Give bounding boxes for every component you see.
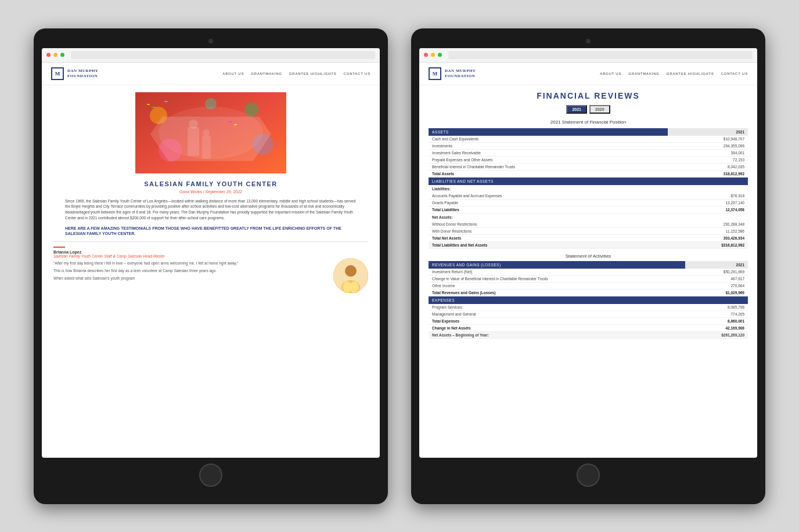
website-content-right[interactable]: M DAN MURPHY FOUNDATION ABOUT US GRANTMA… bbox=[419, 63, 757, 457]
url-bar-left[interactable] bbox=[71, 51, 375, 59]
testimonial-role: Salesian Family Youth Center Staff & Cam… bbox=[53, 254, 368, 258]
testimonial-follow: This is how Brianna describes her first … bbox=[53, 268, 329, 273]
section2-title: Statement of Activities bbox=[429, 254, 748, 259]
expenses-header: EXPENSES bbox=[429, 296, 748, 304]
svg-rect-8 bbox=[188, 127, 199, 156]
article-body: Since 1966, the Salesian Family Youth Ce… bbox=[53, 198, 368, 221]
svg-point-6 bbox=[159, 139, 182, 162]
liabilities-label: Liabilities: bbox=[429, 185, 748, 193]
hero-image bbox=[135, 92, 286, 173]
dot-green-left[interactable] bbox=[60, 53, 64, 57]
svg-rect-15 bbox=[228, 121, 232, 122]
section1-title: 2021 Statement of Financial Position bbox=[429, 120, 748, 125]
revenues-header-row: REVENUES AND GAINS (LOSSES) 2021 bbox=[429, 261, 748, 269]
camera-left bbox=[208, 39, 213, 44]
liabilities-label-row: Liabilities: bbox=[429, 185, 748, 193]
hero-mural bbox=[135, 92, 286, 173]
table-row: Grants Payable 13,297,140 bbox=[429, 199, 748, 206]
svg-rect-13 bbox=[152, 107, 156, 108]
camera-right bbox=[586, 39, 591, 44]
table-row: Investment Return (Net) $50,291,669 bbox=[429, 269, 748, 276]
total-assets-row: Total Assets 318,812,992 bbox=[429, 170, 748, 177]
table-row: Without Donor Restrictions 292,288,348 bbox=[429, 221, 748, 228]
mural-svg bbox=[135, 92, 286, 173]
nav-grantmaking-left[interactable]: GRANTMAKING bbox=[251, 72, 282, 75]
liabilities-header: LIABILITIES AND NET ASSETS bbox=[429, 177, 748, 185]
svg-point-3 bbox=[150, 107, 167, 124]
table-row: Cash and Cash Equivalents $10,948,707 bbox=[429, 136, 748, 143]
net-assets-beginning-row: Net Assets – Beginning of Year: $261,269… bbox=[429, 331, 748, 338]
table-row: Accounts Payable and Accrued Expenses $7… bbox=[429, 193, 748, 200]
svg-point-5 bbox=[253, 134, 273, 155]
home-button-left[interactable] bbox=[199, 464, 222, 487]
dot-yellow-right[interactable] bbox=[431, 53, 435, 57]
nav-about-right[interactable]: ABOUT US bbox=[600, 72, 621, 75]
table-row: Change in Value of Beneficial Interest i… bbox=[429, 275, 748, 282]
svg-rect-16 bbox=[234, 124, 237, 125]
logo-text-right: DAN MURPHY FOUNDATION bbox=[445, 68, 476, 78]
nav-grantmaking-right[interactable]: GRANTMAKING bbox=[628, 72, 659, 75]
tab-2020[interactable]: 2020 bbox=[589, 105, 610, 114]
right-tablet: M DAN MURPHY FOUNDATION ABOUT US GRANTMA… bbox=[411, 28, 765, 504]
testimonial-teaser: When asked what sets Salesian's youth pr… bbox=[53, 276, 329, 281]
assets-header-row: ASSETS 2021 bbox=[429, 128, 748, 136]
testimonial-area: "After my first day being there I fell i… bbox=[53, 258, 368, 293]
article-divider bbox=[53, 241, 368, 242]
home-button-right[interactable] bbox=[577, 464, 600, 487]
total-revenues-row: Total Revenues and Gains (Losses) $1,029… bbox=[429, 289, 748, 296]
testimonial-photo-svg bbox=[333, 258, 368, 293]
article-title: SALESIAN FAMILY YOUTH CENTER bbox=[53, 180, 368, 190]
nav-grantee-right[interactable]: GRANTEE HIGHLIGHTS bbox=[667, 72, 714, 75]
table-row: Program Services 8,085,796 bbox=[429, 304, 748, 311]
activities-table: REVENUES AND GAINS (LOSSES) 2021 Investm… bbox=[429, 261, 748, 339]
site-nav-left: M DAN MURPHY FOUNDATION ABOUT US GRANTMA… bbox=[42, 63, 380, 85]
total-expenses-row: Total Expenses 8,860,001 bbox=[429, 317, 748, 324]
testimonial-text-area: "After my first day being there I fell i… bbox=[53, 258, 329, 281]
browser-bar-right bbox=[419, 48, 757, 63]
table-row: Investment Sales Receivable 394,001 bbox=[429, 149, 748, 156]
table-row: Beneficial Interest in Charitable Remain… bbox=[429, 163, 748, 170]
logo-text-left: DAN MURPHY FOUNDATION bbox=[67, 68, 98, 78]
assets-table: ASSETS 2021 Cash and Cash Equivalents $1… bbox=[429, 128, 748, 249]
svg-rect-10 bbox=[202, 136, 211, 159]
url-bar-right[interactable] bbox=[448, 51, 753, 59]
change-net-assets-row: Change in Net Assets 42,169,908 bbox=[429, 324, 748, 331]
dot-red-left[interactable] bbox=[46, 53, 51, 57]
revenues-header: REVENUES AND GAINS (LOSSES) bbox=[429, 261, 685, 269]
table-row: Other Income 270,664 bbox=[429, 282, 748, 289]
svg-point-11 bbox=[203, 129, 210, 136]
screen-right: M DAN MURPHY FOUNDATION ABOUT US GRANTMA… bbox=[419, 48, 757, 458]
svg-rect-12 bbox=[147, 104, 150, 105]
tab-2021[interactable]: 2021 bbox=[566, 105, 587, 114]
dot-yellow-left[interactable] bbox=[53, 53, 57, 57]
testimonial-bar bbox=[53, 247, 65, 248]
table-row: Prepaid Expenses and Other Assets 72,153 bbox=[429, 156, 748, 163]
total-net-assets-row: Total Net Assets 303,426,934 bbox=[429, 234, 748, 241]
svg-point-9 bbox=[189, 120, 198, 129]
nav-grantee-left[interactable]: GRANTEE HIGHLIGHTS bbox=[289, 72, 337, 75]
screen-left: M DAN MURPHY FOUNDATION ABOUT US GRANTMA… bbox=[42, 48, 380, 458]
testimonial-name: Brianna Lopez bbox=[53, 250, 368, 254]
svg-rect-14 bbox=[164, 101, 168, 102]
article-cta: HERE ARE A FEW AMAZING TESTIMONIALS FROM… bbox=[53, 226, 368, 237]
left-tablet: M DAN MURPHY FOUNDATION ABOUT US GRANTMA… bbox=[34, 28, 388, 504]
nav-contact-right[interactable]: CONTACT US bbox=[721, 72, 748, 75]
expenses-header-row: EXPENSES bbox=[429, 296, 748, 304]
year-tabs: 2021 2020 bbox=[429, 105, 748, 114]
website-content-left[interactable]: M DAN MURPHY FOUNDATION ABOUT US GRANTMA… bbox=[42, 63, 380, 457]
dot-green-right[interactable] bbox=[438, 53, 442, 57]
assets-year: 2021 bbox=[668, 128, 748, 136]
net-assets-label: Net Assets: bbox=[429, 213, 748, 221]
nav-contact-left[interactable]: CONTACT US bbox=[344, 72, 370, 75]
logo-icon-right: M bbox=[429, 67, 441, 80]
table-row: Investments 294,355,096 bbox=[429, 142, 748, 149]
nav-about-left[interactable]: ABOUT US bbox=[222, 72, 244, 75]
article-content: SALESIAN FAMILY YOUTH CENTER Good Works … bbox=[42, 180, 380, 294]
nav-logo-left: M DAN MURPHY FOUNDATION bbox=[51, 67, 98, 80]
browser-bar-left bbox=[42, 48, 380, 63]
svg-point-4 bbox=[244, 103, 258, 117]
liabilities-header-row: LIABILITIES AND NET ASSETS bbox=[429, 177, 748, 185]
svg-point-18 bbox=[345, 265, 357, 277]
svg-point-7 bbox=[205, 98, 217, 110]
dot-red-right[interactable] bbox=[424, 53, 428, 57]
